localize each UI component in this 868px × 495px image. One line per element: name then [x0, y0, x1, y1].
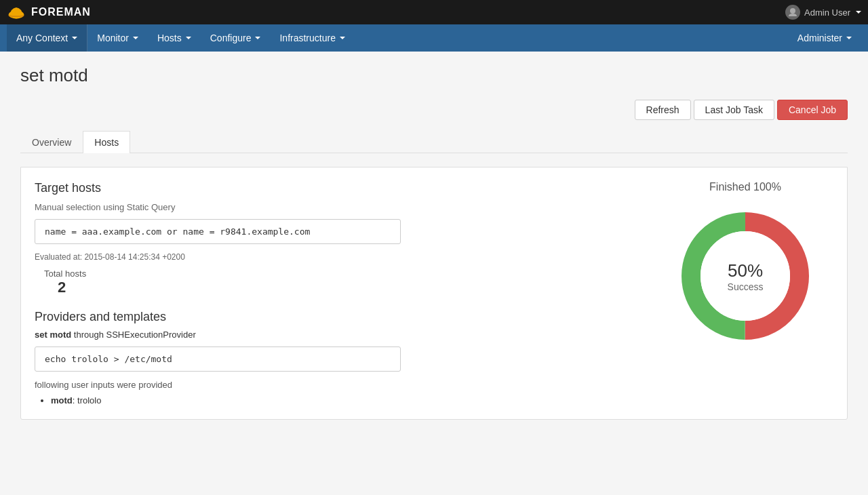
configure-caret-icon	[255, 37, 260, 39]
cancel-job-button[interactable]: Cancel Job	[777, 100, 848, 120]
panel-right: Finished 100% 50% Success	[657, 181, 833, 405]
finished-label: Finished 100%	[709, 181, 781, 193]
template-code: echo trololo > /etc/motd	[35, 346, 401, 372]
action-buttons: Refresh Last Job Task Cancel Job	[20, 100, 848, 120]
total-hosts-row: Total hosts 2	[35, 269, 630, 296]
svg-point-1	[790, 8, 795, 14]
infrastructure-caret-icon	[340, 37, 345, 39]
nav-monitor[interactable]: Monitor	[87, 24, 148, 52]
tab-overview[interactable]: Overview	[20, 131, 83, 153]
tabs: Overview Hosts	[20, 131, 848, 153]
page-title: set motd	[20, 65, 848, 86]
top-right-area: Admin User	[785, 5, 861, 20]
panel-row: Target hosts Manual selection using Stat…	[35, 181, 833, 405]
input-key: motd	[51, 395, 73, 405]
donut-chart: 50% Success	[671, 201, 820, 351]
user-inputs-list: motd: trololo	[35, 395, 630, 405]
donut-center: 50% Success	[728, 260, 764, 292]
top-navbar: FOREMAN Admin User	[0, 0, 868, 24]
admin-caret-icon	[856, 11, 861, 14]
admin-avatar	[785, 5, 800, 20]
hosts-tab-content: Target hosts Manual selection using Stat…	[20, 167, 848, 420]
brand-logo[interactable]: FOREMAN	[7, 3, 91, 22]
secondary-navbar: Any Context Monitor Hosts Configure Infr…	[0, 24, 868, 52]
tab-hosts[interactable]: Hosts	[83, 131, 130, 153]
providers-title: Providers and templates	[35, 310, 630, 324]
nav-configure[interactable]: Configure	[201, 24, 271, 52]
nav-infrastructure[interactable]: Infrastructure	[270, 24, 354, 52]
panel-left: Target hosts Manual selection using Stat…	[35, 181, 630, 405]
brand-name: FOREMAN	[31, 6, 91, 18]
helmet-icon	[7, 3, 26, 22]
donut-success-label: Success	[728, 281, 764, 292]
monitor-caret-icon	[133, 37, 138, 39]
main-content: set motd Refresh Last Job Task Cancel Jo…	[0, 52, 868, 495]
context-selector[interactable]: Any Context	[7, 24, 87, 52]
provider-description: set motd through SSHExecutionProvider	[35, 330, 630, 340]
admin-user-menu[interactable]: Admin User	[785, 5, 861, 20]
refresh-button[interactable]: Refresh	[635, 100, 691, 120]
total-hosts-label: Total hosts	[44, 269, 630, 279]
nav-hosts[interactable]: Hosts	[148, 24, 201, 52]
user-inputs-note: following user inputs were provided	[35, 380, 630, 390]
administer-caret-icon	[846, 37, 852, 39]
hosts-caret-icon	[186, 37, 191, 39]
query-box: name = aaa.example.com or name = r9841.e…	[35, 219, 401, 244]
context-caret-icon	[72, 37, 77, 39]
input-value: trololo	[77, 395, 101, 405]
provider-via: through SSHExecutionProvider	[74, 330, 196, 340]
evaluated-at: Evaluated at: 2015-08-14 14:25:34 +0200	[35, 252, 630, 262]
last-job-task-button[interactable]: Last Job Task	[694, 100, 774, 120]
donut-percent: 50%	[728, 260, 764, 281]
nav-administer[interactable]: Administer	[788, 24, 861, 52]
list-item: motd: trololo	[51, 395, 630, 405]
provider-job: set motd	[35, 330, 71, 340]
total-hosts-count: 2	[44, 279, 630, 296]
selection-method: Manual selection using Static Query	[35, 202, 630, 212]
target-hosts-title: Target hosts	[35, 181, 630, 195]
